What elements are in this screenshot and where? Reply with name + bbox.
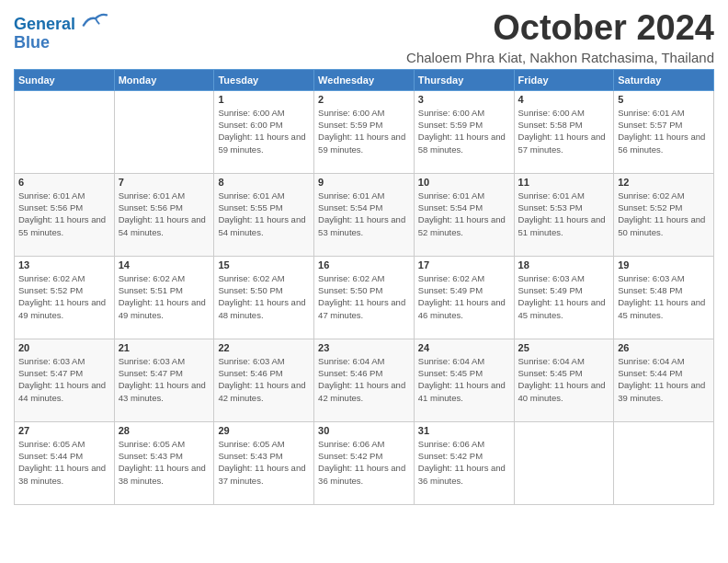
- day-number: 20: [18, 342, 110, 353]
- calendar-cell: 18Sunrise: 6:03 AM Sunset: 5:49 PM Dayli…: [514, 256, 614, 339]
- logo-text: General: [14, 13, 108, 34]
- day-number: 7: [119, 177, 210, 188]
- day-number: 5: [618, 94, 710, 105]
- day-number: 18: [518, 259, 610, 270]
- calendar-header-row: SundayMondayTuesdayWednesdayThursdayFrid…: [15, 69, 714, 90]
- calendar-cell: 7Sunrise: 6:01 AM Sunset: 5:56 PM Daylig…: [114, 173, 214, 256]
- weekday-header-monday: Monday: [114, 69, 214, 90]
- day-number: 2: [318, 94, 410, 105]
- day-info: Sunrise: 6:03 AM Sunset: 5:49 PM Dayligh…: [518, 272, 610, 321]
- day-info: Sunrise: 6:05 AM Sunset: 5:43 PM Dayligh…: [119, 438, 210, 487]
- day-info: Sunrise: 6:06 AM Sunset: 5:42 PM Dayligh…: [418, 438, 510, 487]
- calendar-cell: 2Sunrise: 6:00 AM Sunset: 5:59 PM Daylig…: [314, 90, 415, 173]
- day-number: 24: [418, 342, 510, 353]
- calendar-cell: 13Sunrise: 6:02 AM Sunset: 5:52 PM Dayli…: [15, 256, 115, 339]
- logo-bird-icon: [82, 9, 108, 29]
- day-info: Sunrise: 6:00 AM Sunset: 5:59 PM Dayligh…: [418, 107, 510, 155]
- calendar-cell: 6Sunrise: 6:01 AM Sunset: 5:56 PM Daylig…: [15, 173, 115, 256]
- calendar-cell: 24Sunrise: 6:04 AM Sunset: 5:45 PM Dayli…: [414, 339, 514, 421]
- day-info: Sunrise: 6:02 AM Sunset: 5:49 PM Dayligh…: [418, 272, 510, 321]
- calendar-cell: [114, 90, 214, 173]
- logo: General Blue: [14, 13, 108, 52]
- day-number: 21: [119, 342, 210, 353]
- weekday-header-friday: Friday: [514, 69, 614, 90]
- day-number: 12: [618, 177, 710, 188]
- day-info: Sunrise: 6:02 AM Sunset: 5:52 PM Dayligh…: [18, 272, 110, 321]
- day-info: Sunrise: 6:04 AM Sunset: 5:45 PM Dayligh…: [418, 355, 510, 404]
- calendar-cell: 28Sunrise: 6:05 AM Sunset: 5:43 PM Dayli…: [114, 421, 214, 504]
- calendar-cell: 1Sunrise: 6:00 AM Sunset: 6:00 PM Daylig…: [214, 90, 314, 173]
- calendar-cell: 30Sunrise: 6:06 AM Sunset: 5:42 PM Dayli…: [314, 421, 415, 504]
- day-number: 31: [418, 425, 510, 436]
- calendar-cell: 17Sunrise: 6:02 AM Sunset: 5:49 PM Dayli…: [414, 256, 514, 339]
- day-info: Sunrise: 6:01 AM Sunset: 5:54 PM Dayligh…: [418, 190, 510, 238]
- calendar-cell: 22Sunrise: 6:03 AM Sunset: 5:46 PM Dayli…: [214, 339, 314, 421]
- calendar-cell: 19Sunrise: 6:03 AM Sunset: 5:48 PM Dayli…: [614, 256, 714, 339]
- day-number: 3: [418, 94, 510, 105]
- day-info: Sunrise: 6:04 AM Sunset: 5:46 PM Dayligh…: [318, 355, 410, 404]
- day-info: Sunrise: 6:04 AM Sunset: 5:44 PM Dayligh…: [618, 355, 710, 404]
- weekday-header-saturday: Saturday: [614, 69, 714, 90]
- logo-line2: Blue: [14, 34, 108, 52]
- day-info: Sunrise: 6:02 AM Sunset: 5:51 PM Dayligh…: [119, 272, 210, 321]
- day-number: 10: [418, 177, 510, 188]
- calendar-cell: 8Sunrise: 6:01 AM Sunset: 5:55 PM Daylig…: [214, 173, 314, 256]
- day-number: 22: [218, 342, 310, 353]
- calendar-week-row: 20Sunrise: 6:03 AM Sunset: 5:47 PM Dayli…: [15, 339, 714, 421]
- calendar-cell: 31Sunrise: 6:06 AM Sunset: 5:42 PM Dayli…: [414, 421, 514, 504]
- calendar-cell: 26Sunrise: 6:04 AM Sunset: 5:44 PM Dayli…: [614, 339, 714, 421]
- day-info: Sunrise: 6:05 AM Sunset: 5:43 PM Dayligh…: [218, 438, 310, 487]
- calendar-cell: 14Sunrise: 6:02 AM Sunset: 5:51 PM Dayli…: [114, 256, 214, 339]
- day-number: 27: [18, 425, 110, 436]
- day-info: Sunrise: 6:03 AM Sunset: 5:47 PM Dayligh…: [18, 355, 110, 404]
- calendar-cell: 10Sunrise: 6:01 AM Sunset: 5:54 PM Dayli…: [414, 173, 514, 256]
- calendar-cell: 21Sunrise: 6:03 AM Sunset: 5:47 PM Dayli…: [114, 339, 214, 421]
- calendar-cell: 16Sunrise: 6:02 AM Sunset: 5:50 PM Dayli…: [314, 256, 415, 339]
- day-number: 30: [318, 425, 410, 436]
- day-info: Sunrise: 6:01 AM Sunset: 5:55 PM Dayligh…: [218, 190, 310, 238]
- calendar-cell: 12Sunrise: 6:02 AM Sunset: 5:52 PM Dayli…: [614, 173, 714, 256]
- day-number: 19: [618, 259, 710, 270]
- logo-line1: General: [14, 15, 75, 33]
- day-info: Sunrise: 6:00 AM Sunset: 5:58 PM Dayligh…: [518, 107, 610, 155]
- day-number: 8: [218, 177, 310, 188]
- calendar-table: SundayMondayTuesdayWednesdayThursdayFrid…: [14, 69, 714, 505]
- day-number: 29: [218, 425, 310, 436]
- calendar-cell: 25Sunrise: 6:04 AM Sunset: 5:45 PM Dayli…: [514, 339, 614, 421]
- calendar-cell: 3Sunrise: 6:00 AM Sunset: 5:59 PM Daylig…: [414, 90, 514, 173]
- day-number: 4: [518, 94, 610, 105]
- day-number: 6: [18, 177, 110, 188]
- day-info: Sunrise: 6:02 AM Sunset: 5:50 PM Dayligh…: [318, 272, 410, 321]
- day-info: Sunrise: 6:03 AM Sunset: 5:47 PM Dayligh…: [119, 355, 210, 404]
- day-info: Sunrise: 6:01 AM Sunset: 5:56 PM Dayligh…: [18, 190, 110, 238]
- header: General Blue October 2024 Chaloem Phra K…: [14, 9, 714, 65]
- calendar-week-row: 6Sunrise: 6:01 AM Sunset: 5:56 PM Daylig…: [15, 173, 714, 256]
- day-info: Sunrise: 6:01 AM Sunset: 5:57 PM Dayligh…: [618, 107, 710, 155]
- page: General Blue October 2024 Chaloem Phra K…: [0, 0, 728, 563]
- calendar-week-row: 13Sunrise: 6:02 AM Sunset: 5:52 PM Dayli…: [15, 256, 714, 339]
- weekday-header-tuesday: Tuesday: [214, 69, 314, 90]
- day-number: 23: [318, 342, 410, 353]
- day-number: 11: [518, 177, 610, 188]
- day-number: 26: [618, 342, 710, 353]
- day-number: 17: [418, 259, 510, 270]
- weekday-header-sunday: Sunday: [15, 69, 115, 90]
- calendar-week-row: 1Sunrise: 6:00 AM Sunset: 6:00 PM Daylig…: [15, 90, 714, 173]
- calendar-cell: 20Sunrise: 6:03 AM Sunset: 5:47 PM Dayli…: [15, 339, 115, 421]
- day-info: Sunrise: 6:02 AM Sunset: 5:50 PM Dayligh…: [218, 272, 310, 321]
- day-info: Sunrise: 6:01 AM Sunset: 5:56 PM Dayligh…: [119, 190, 210, 238]
- day-info: Sunrise: 6:05 AM Sunset: 5:44 PM Dayligh…: [18, 438, 110, 487]
- calendar-cell: [514, 421, 614, 504]
- day-number: 13: [18, 259, 110, 270]
- day-info: Sunrise: 6:04 AM Sunset: 5:45 PM Dayligh…: [518, 355, 610, 404]
- day-info: Sunrise: 6:01 AM Sunset: 5:53 PM Dayligh…: [518, 190, 610, 238]
- day-info: Sunrise: 6:03 AM Sunset: 5:48 PM Dayligh…: [618, 272, 710, 321]
- calendar-cell: 11Sunrise: 6:01 AM Sunset: 5:53 PM Dayli…: [514, 173, 614, 256]
- day-info: Sunrise: 6:00 AM Sunset: 5:59 PM Dayligh…: [318, 107, 410, 155]
- weekday-header-thursday: Thursday: [414, 69, 514, 90]
- day-info: Sunrise: 6:06 AM Sunset: 5:42 PM Dayligh…: [318, 438, 410, 487]
- day-number: 15: [218, 259, 310, 270]
- title-block: October 2024 Chaloem Phra Kiat, Nakhon R…: [406, 9, 714, 65]
- calendar-cell: 15Sunrise: 6:02 AM Sunset: 5:50 PM Dayli…: [214, 256, 314, 339]
- day-info: Sunrise: 6:02 AM Sunset: 5:52 PM Dayligh…: [618, 190, 710, 238]
